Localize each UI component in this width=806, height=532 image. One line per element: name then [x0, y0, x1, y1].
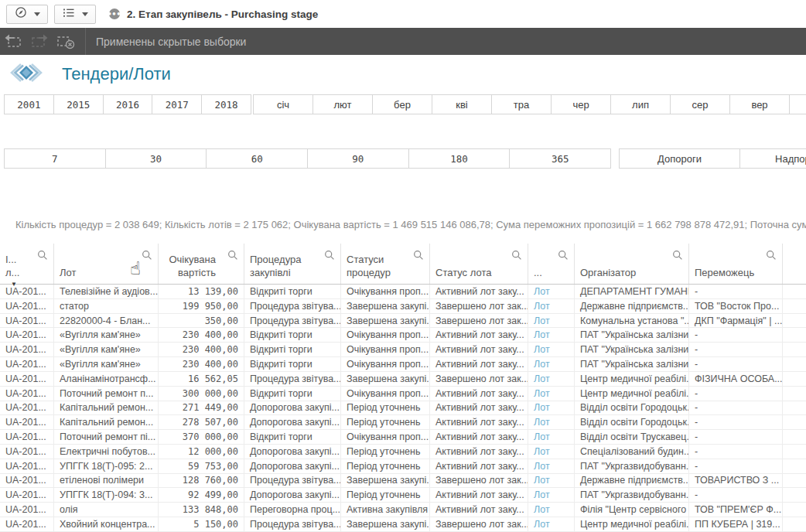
search-icon[interactable] [413, 250, 424, 261]
table-cell[interactable]: Допорогова закупі... [244, 488, 341, 503]
table-cell[interactable]: - [689, 445, 783, 459]
month-cell[interactable]: чер [551, 94, 611, 114]
table-cell[interactable]: 230 400,00 [159, 343, 244, 357]
table-cell[interactable]: - [689, 488, 783, 503]
table-cell[interactable]: 199 950,00 [159, 299, 244, 314]
table-cell[interactable]: UA-201... [0, 503, 54, 517]
table-cell[interactable]: Завершено лот зак... [430, 299, 528, 314]
table-cell[interactable]: ТОВ "Восток Про... [689, 299, 783, 314]
table-cell[interactable]: UA-201... [0, 343, 54, 357]
table-cell[interactable]: UA-201... [0, 285, 54, 299]
table-cell[interactable]: - [689, 343, 783, 357]
column-header[interactable]: Організатор [575, 244, 689, 284]
table-cell[interactable]: Період уточнень [341, 445, 430, 459]
table-cell[interactable]: Завершена закупі... [341, 517, 430, 532]
table-cell[interactable]: - [689, 401, 783, 416]
table-cell[interactable]: Процедура звітува... [244, 299, 341, 314]
column-header[interactable]: Очікуванавартість [159, 244, 244, 284]
table-cell[interactable]: UA-201... [0, 445, 54, 459]
table-cell[interactable]: УПГГК 18(Т)-094: 3... [54, 488, 159, 503]
column-header[interactable]: Лот [54, 244, 159, 284]
table-cell[interactable]: «Вугілля кам'яне» [54, 343, 159, 357]
table-cell[interactable]: Завершено лот зак... [430, 372, 528, 387]
table-cell[interactable]: Відкриті торги [244, 285, 341, 299]
table-cell[interactable]: UA-201... [0, 488, 54, 503]
table-cell[interactable]: Державне підприємств... [575, 299, 689, 314]
table-cell[interactable]: ПАТ "Українська залізни... [575, 357, 689, 372]
search-icon[interactable] [558, 250, 569, 261]
table-cell[interactable]: УПГГК 18(Т)-095: 2... [54, 459, 159, 474]
table-cell[interactable]: Активний лот заку... [430, 357, 528, 372]
table-cell[interactable]: Завершено лот зак... [430, 314, 528, 329]
table-cell[interactable]: UA-201... [0, 474, 54, 489]
month-cell[interactable]: вер [729, 94, 790, 114]
table-cell[interactable]: Очікування проп... [341, 285, 430, 299]
table-cell[interactable]: ПП КУБЕРА | 319... [689, 517, 783, 532]
table-cell[interactable]: Допорогова закупі... [244, 401, 341, 416]
table-cell[interactable]: ДКП "Фармація" | ... [689, 314, 783, 329]
month-cell[interactable]: лют [312, 94, 373, 114]
table-cell[interactable]: Відкриті торги [244, 430, 341, 445]
search-icon[interactable] [766, 250, 777, 261]
column-header[interactable]: Статусипроцедур [341, 244, 430, 284]
table-cell[interactable]: Лот [528, 314, 575, 329]
table-cell[interactable]: Лот [528, 430, 575, 445]
year-cell[interactable]: 2016 [103, 94, 153, 114]
table-cell[interactable]: 22820000-4 - Блан... [54, 314, 159, 329]
table-cell[interactable]: Процедура звітува... [244, 474, 341, 489]
sheets-dropdown-button[interactable] [54, 5, 96, 24]
table-cell[interactable]: «Вугілля кам'яне» [54, 357, 159, 372]
table-cell[interactable]: Завершена закупі... [341, 299, 430, 314]
table-cell[interactable]: ФІЗИЧНА ОСОБА... [689, 372, 783, 387]
table-cell[interactable]: - [689, 430, 783, 445]
table-cell[interactable]: Очікування проп... [341, 343, 430, 357]
table-cell[interactable]: UA-201... [0, 299, 54, 314]
table-cell[interactable]: Очікування проп... [341, 357, 430, 372]
table-cell[interactable]: Процедура звітува... [244, 372, 341, 387]
column-header[interactable]: І...л...▼ [0, 244, 54, 284]
table-cell[interactable]: 370 000,00 [159, 430, 244, 445]
table-cell[interactable]: Активний лот заку... [430, 503, 528, 517]
column-header[interactable]: Процедуразакупівлі [244, 244, 341, 284]
table-cell[interactable]: ТОВ "ПРЕМ'ЄР Ф... [689, 503, 783, 517]
table-cell[interactable]: 278 507,00 [159, 415, 244, 430]
table-cell[interactable]: Завершена закупі... [341, 314, 430, 329]
table-cell[interactable]: - [689, 328, 783, 343]
day-range-cell[interactable]: 60 [206, 148, 308, 169]
column-header[interactable]: Переможець [689, 244, 783, 284]
table-cell[interactable]: 128 760,00 [159, 474, 244, 489]
table-cell[interactable]: Лот [528, 459, 575, 474]
table-cell[interactable]: Активний лот заку... [430, 328, 528, 343]
table-cell[interactable]: 92 499,00 [159, 488, 244, 503]
table-cell[interactable]: статор [54, 299, 159, 314]
table-cell[interactable]: Відкриті торги [244, 343, 341, 357]
table-cell[interactable]: Період уточнень [341, 488, 430, 503]
table-cell[interactable]: UA-201... [0, 357, 54, 372]
table-cell[interactable]: Відкриті торги [244, 328, 341, 343]
table-cell[interactable]: ПАТ "Укргазвидобуванн... [575, 488, 689, 503]
step-forward-selection-button[interactable] [26, 28, 53, 55]
year-cell[interactable]: 2017 [152, 94, 202, 114]
table-cell[interactable]: Лот [528, 387, 575, 401]
month-cell[interactable]: тра [491, 94, 552, 114]
table-cell[interactable]: UA-201... [0, 401, 54, 416]
table-cell[interactable]: Активний лот заку... [430, 488, 528, 503]
search-icon[interactable] [227, 250, 238, 261]
table-cell[interactable]: ПАТ "Укргазвидобуванн... [575, 459, 689, 474]
table-cell[interactable]: 5 150,00 [159, 517, 244, 532]
table-cell[interactable]: Активна закупівля [341, 503, 430, 517]
table-cell[interactable]: «Вугілля кам'яне» [54, 328, 159, 343]
table-cell[interactable]: - [689, 285, 783, 299]
table-cell[interactable]: ТОВАРИСТВО З ... [689, 474, 783, 489]
day-range-cell[interactable]: 7 [4, 148, 106, 169]
column-header[interactable] [783, 244, 806, 284]
month-cell[interactable]: кві [432, 94, 492, 114]
table-cell[interactable]: Лот [528, 415, 575, 430]
table-cell[interactable]: Електричні побутов... [54, 445, 159, 459]
table-cell[interactable]: Період уточнень [341, 459, 430, 474]
navigation-dropdown-button[interactable] [6, 5, 48, 24]
table-cell[interactable]: 59 753,00 [159, 459, 244, 474]
table-cell[interactable]: Лот [528, 517, 575, 532]
table-cell[interactable]: Лот [528, 357, 575, 372]
table-cell[interactable]: UA-201... [0, 314, 54, 329]
